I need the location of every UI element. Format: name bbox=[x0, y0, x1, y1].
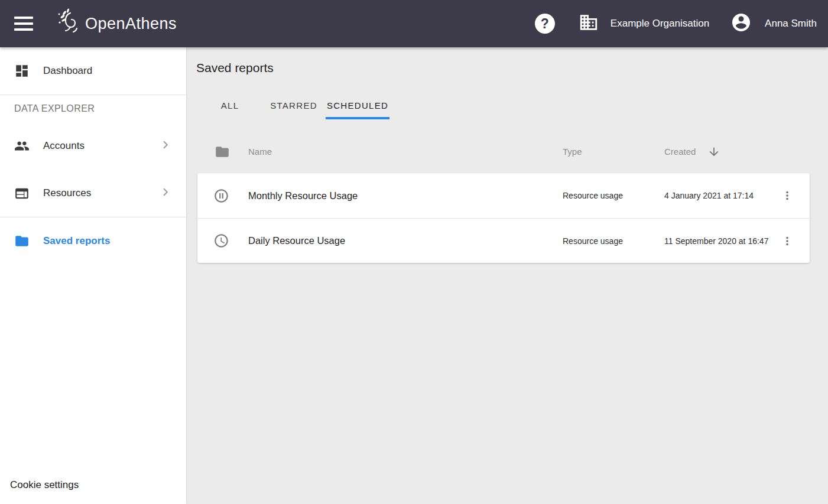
accounts-people-icon bbox=[14, 138, 30, 154]
arrow-down-icon[interactable] bbox=[707, 145, 720, 158]
report-name: Monthly Resource Usage bbox=[248, 190, 563, 201]
openathens-logo[interactable]: OpenAthens bbox=[56, 7, 177, 40]
organisation-switcher[interactable]: Example Organisation bbox=[579, 12, 709, 35]
report-created: 4 January 2021 at 17:14 bbox=[664, 191, 777, 200]
sidebar-item-label: Accounts bbox=[43, 140, 85, 152]
openathens-logo-mark-icon bbox=[56, 7, 82, 40]
pause-circle-icon bbox=[197, 188, 248, 204]
sidebar-item-label: Saved reports bbox=[43, 235, 110, 247]
saved-reports-list: Monthly Resource Usage Resource usage 4 … bbox=[197, 173, 810, 263]
topbar: OpenAthens ? Example Organisation Anna S… bbox=[0, 0, 828, 47]
tab-all[interactable]: ALL bbox=[198, 91, 262, 119]
organisation-building-icon bbox=[579, 12, 599, 35]
column-header-name[interactable]: Name bbox=[248, 147, 563, 157]
menu-icon[interactable] bbox=[7, 9, 40, 38]
main-content: Saved reports ALL STARRED SCHEDULED Name… bbox=[186, 47, 828, 504]
user-name: Anna Smith bbox=[765, 18, 817, 30]
dashboard-icon bbox=[14, 63, 30, 79]
row-actions-kebab-icon[interactable] bbox=[775, 229, 799, 253]
help-button[interactable]: ? bbox=[535, 14, 555, 34]
report-type: Resource usage bbox=[563, 191, 664, 200]
clock-icon bbox=[197, 233, 248, 249]
page-layout: Dashboard DATA EXPLORER Accounts bbox=[0, 47, 828, 504]
chevron-right-icon bbox=[158, 137, 173, 155]
sidebar-item-saved-reports[interactable]: Saved reports bbox=[0, 217, 186, 265]
help-icon: ? bbox=[535, 14, 555, 34]
sidebar-item-accounts[interactable]: Accounts bbox=[0, 122, 186, 170]
sidebar-item-resources[interactable]: Resources bbox=[0, 170, 186, 217]
sidebar: Dashboard DATA EXPLORER Accounts bbox=[0, 47, 186, 504]
page-title: Saved reports bbox=[196, 61, 828, 75]
user-menu[interactable]: Anna Smith bbox=[730, 12, 817, 35]
chevron-right-icon bbox=[158, 184, 173, 202]
report-row-monthly-resource-usage[interactable]: Monthly Resource Usage Resource usage 4 … bbox=[197, 173, 810, 218]
sidebar-item-label: Resources bbox=[43, 187, 91, 199]
organisation-name: Example Organisation bbox=[611, 18, 709, 30]
table-header: Name Type Created bbox=[197, 130, 810, 173]
report-name: Daily Resource Usage bbox=[248, 235, 563, 246]
tab-starred[interactable]: STARRED bbox=[262, 91, 326, 119]
cookie-settings-button[interactable]: Cookie settings bbox=[10, 479, 79, 491]
sidebar-section-data-explorer: DATA EXPLORER bbox=[0, 95, 186, 122]
column-header-type[interactable]: Type bbox=[563, 147, 664, 157]
sidebar-item-label: Dashboard bbox=[43, 65, 92, 77]
column-header-created[interactable]: Created bbox=[664, 147, 696, 157]
resources-icon bbox=[14, 186, 30, 201]
row-actions-kebab-icon[interactable] bbox=[775, 184, 799, 207]
report-tabs: ALL STARRED SCHEDULED bbox=[198, 91, 828, 119]
folder-column-icon bbox=[197, 144, 248, 160]
report-row-daily-resource-usage[interactable]: Daily Resource Usage Resource usage 11 S… bbox=[197, 218, 810, 263]
sidebar-item-dashboard[interactable]: Dashboard bbox=[0, 47, 186, 95]
avatar-icon bbox=[730, 12, 752, 35]
report-type: Resource usage bbox=[563, 236, 664, 246]
folder-icon bbox=[14, 233, 30, 249]
tab-scheduled[interactable]: SCHEDULED bbox=[326, 91, 389, 119]
report-created: 11 September 2020 at 16:47 bbox=[664, 236, 777, 246]
logo-wordmark: OpenAthens bbox=[85, 15, 177, 33]
